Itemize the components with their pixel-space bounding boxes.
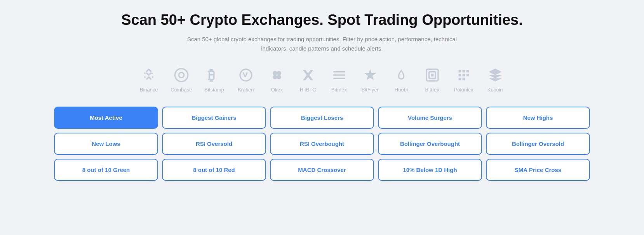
coinbase-label: Coinbase (171, 87, 192, 93)
filter-btn-most-active[interactable]: Most Active (54, 107, 158, 129)
exchange-huobi: Huobi (392, 66, 411, 93)
filter-btn-8-out-of-10-red[interactable]: 8 out of 10 Red (162, 159, 266, 181)
filter-btn-biggest-gainers[interactable]: Biggest Gainers (162, 107, 266, 129)
binance-icon (139, 66, 158, 84)
kraken-label: Kraken (238, 87, 254, 93)
svg-point-5 (277, 75, 281, 79)
filter-btn-bollinger-overbought[interactable]: Bollinger Overbought (378, 133, 482, 155)
filter-btn-bollinger-oversold[interactable]: Bollinger Oversold (486, 133, 590, 155)
page-title: Scan 50+ Crypto Exchanges. Spot Trading … (121, 12, 523, 28)
page-subtitle: Scan 50+ global crypto exchanges for tra… (182, 35, 462, 53)
svg-point-4 (273, 75, 277, 79)
exchange-bittrex: Bittrex (423, 66, 442, 93)
bittrex-label: Bittrex (425, 87, 439, 93)
exchange-kucoin: Kucoin (486, 66, 505, 93)
exchange-bitflyer: BitFlyer (361, 66, 379, 93)
svg-point-2 (273, 71, 277, 75)
exchange-kraken: Kraken (237, 66, 255, 93)
coinbase-icon (172, 66, 191, 84)
filter-btn-rsi-overbought[interactable]: RSI Overbought (270, 133, 374, 155)
exchange-bitmex: Bitmex (330, 66, 348, 93)
kraken-icon (237, 66, 255, 84)
poloniex-icon (454, 66, 473, 84)
bittrex-icon (423, 66, 442, 84)
exchange-logos-container: Binance Coinbase ₿ Bitstamp Kraken Okex … (139, 66, 504, 93)
bitflyer-icon (361, 66, 379, 84)
exchange-poloniex: Poloniex (454, 66, 473, 93)
filter-buttons-grid: Most ActiveBiggest GainersBiggest Losers… (54, 107, 590, 181)
svg-text:₿: ₿ (208, 67, 215, 83)
bitmex-label: Bitmex (331, 87, 347, 93)
filter-btn-new-lows[interactable]: New Lows (54, 133, 158, 155)
binance-label: Binance (140, 87, 158, 93)
bitstamp-icon: ₿ (205, 66, 224, 84)
filter-btn-new-highs[interactable]: New Highs (486, 107, 590, 129)
svg-point-3 (277, 71, 281, 75)
hitbtc-label: HitBTC (300, 87, 316, 93)
okex-label: Okex (271, 87, 283, 93)
exchange-hitbtc: HitBTC (299, 66, 317, 93)
filter-btn-sma-price-cross[interactable]: SMA Price Cross (486, 159, 590, 181)
filter-btn-biggest-losers[interactable]: Biggest Losers (270, 107, 374, 129)
bitmex-icon (330, 66, 348, 84)
svg-point-0 (175, 68, 188, 81)
filter-btn-8-out-of-10-green[interactable]: 8 out of 10 Green (54, 159, 158, 181)
exchange-okex: Okex (268, 66, 286, 93)
huobi-label: Huobi (395, 87, 408, 93)
filter-btn-volume-surgers[interactable]: Volume Surgers (378, 107, 482, 129)
hitbtc-icon (299, 66, 317, 84)
exchange-binance: Binance (139, 66, 158, 93)
okex-icon (268, 66, 286, 84)
kucoin-icon (486, 66, 505, 84)
filter-btn-macd-crossover[interactable]: MACD Crossover (270, 159, 374, 181)
bitflyer-label: BitFlyer (362, 87, 379, 93)
filter-btn-10-below-1d-high[interactable]: 10% Below 1D High (378, 159, 482, 181)
exchange-bitstamp: ₿ Bitstamp (204, 66, 224, 93)
kucoin-label: Kucoin (487, 87, 503, 93)
bitstamp-label: Bitstamp (204, 87, 224, 93)
filter-btn-rsi-oversold[interactable]: RSI Oversold (162, 133, 266, 155)
exchange-coinbase: Coinbase (171, 66, 192, 93)
huobi-icon (392, 66, 411, 84)
poloniex-label: Poloniex (454, 87, 473, 93)
svg-rect-8 (431, 74, 433, 77)
